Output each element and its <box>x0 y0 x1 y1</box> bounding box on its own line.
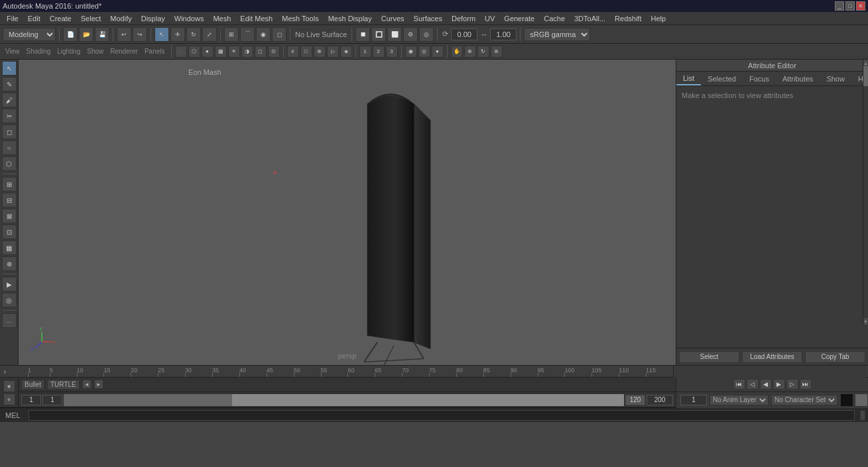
menu-mesh-display[interactable]: Mesh Display <box>324 12 376 25</box>
open-file-button[interactable]: 📂 <box>79 27 93 42</box>
track-max-input[interactable] <box>647 395 673 405</box>
scroll-up-arrow[interactable]: ▲ <box>863 60 868 66</box>
track-start-input[interactable] <box>21 395 41 405</box>
move-tool-button[interactable]: ✛ <box>170 27 185 42</box>
vertex-btn[interactable]: ⊕ <box>2 256 17 271</box>
edge-btn[interactable]: ▦ <box>2 240 17 255</box>
minimize-button[interactable]: _ <box>835 1 844 11</box>
menu-select[interactable]: Select <box>77 12 105 25</box>
menu-mesh-tools[interactable]: Mesh Tools <box>278 12 322 25</box>
snap-live-btn[interactable]: ◎ <box>2 293 17 307</box>
menu-curves[interactable]: Curves <box>377 12 408 25</box>
menu-edit-mesh[interactable]: Edit Mesh <box>236 12 277 25</box>
character-set-dropdown[interactable]: No Character Set <box>771 395 837 405</box>
obj-btn[interactable]: ◈ <box>340 46 352 58</box>
res-low[interactable]: 1 <box>359 46 371 58</box>
res-high[interactable]: 3 <box>386 46 398 58</box>
wireframe-btn[interactable]: ⬡ <box>188 46 200 58</box>
polygon-btn[interactable]: ⬡ <box>2 156 17 171</box>
shape-btn[interactable]: ◻ <box>2 125 17 139</box>
brush-btn[interactable]: 🖌 <box>2 93 17 107</box>
redo-button[interactable]: ↪ <box>133 27 147 42</box>
anim-layer-dropdown[interactable]: No Anim Layer <box>710 395 769 405</box>
render-btn-5[interactable]: ◎ <box>419 27 434 42</box>
select-mode-btn[interactable]: ↖ <box>2 61 17 76</box>
vis-1[interactable]: ◉ <box>405 46 417 58</box>
texture-btn[interactable]: ▦ <box>215 46 227 58</box>
mesh-btn[interactable]: ⊡ <box>2 225 17 239</box>
attr-tab-selected[interactable]: Selected <box>701 72 743 85</box>
attr-tab-show[interactable]: Show <box>820 72 851 85</box>
menu-mesh[interactable]: Mesh <box>209 12 235 25</box>
light-btn[interactable]: ☀ <box>228 46 240 58</box>
current-frame-input[interactable] <box>680 395 707 405</box>
viewport[interactable]: Eon Mash + <box>19 60 676 365</box>
snap-point-button[interactable]: ◉ <box>256 27 271 42</box>
menu-help[interactable]: Help <box>647 12 670 25</box>
value1-input[interactable] <box>451 28 477 40</box>
step-back-btn[interactable]: ◁ <box>747 379 759 389</box>
value2-input[interactable] <box>490 28 517 40</box>
xray-btn[interactable]: ◻ <box>255 46 267 58</box>
track-frame-input[interactable] <box>42 395 62 405</box>
snap-curve-button[interactable]: ⌒ <box>240 27 255 42</box>
manip-btn[interactable]: ⊕ <box>314 46 326 58</box>
paint-btn[interactable]: ✎ <box>2 77 17 91</box>
go-start-btn[interactable]: ⏮ <box>733 379 745 389</box>
snap-view-button[interactable]: ◻ <box>272 27 286 42</box>
extra-icon[interactable]: ⊕ <box>3 393 15 405</box>
hud-btn[interactable]: □ <box>300 46 312 58</box>
grid-btn[interactable]: # <box>287 46 299 58</box>
attr-select-button[interactable]: Select <box>679 351 739 363</box>
render-btn-3[interactable]: ⬜ <box>387 27 402 42</box>
timeline-ruler[interactable]: 1510152025303540455055606570758085909510… <box>28 366 673 377</box>
menu-surfaces[interactable]: Surfaces <box>410 12 446 25</box>
save-file-button[interactable]: 💾 <box>95 27 109 42</box>
track-bar[interactable] <box>64 394 624 406</box>
menu-create[interactable]: Create <box>46 12 76 25</box>
gamma-dropdown[interactable]: sRGB gamma <box>524 28 590 41</box>
maximize-button[interactable]: □ <box>845 1 855 11</box>
menu-file[interactable]: File <box>3 12 23 25</box>
group-btn[interactable]: ⊟ <box>2 193 17 207</box>
menu-modify[interactable]: Modify <box>106 12 135 25</box>
attr-tab-list[interactable]: List <box>676 72 701 85</box>
menu-3dto-all[interactable]: 3DToAll... <box>570 12 609 25</box>
go-end-btn[interactable]: ⏭ <box>800 379 812 389</box>
mode-dropdown[interactable]: Modeling <box>3 28 56 41</box>
new-file-button[interactable]: 📄 <box>63 27 78 42</box>
menu-windows[interactable]: Windows <box>170 12 208 25</box>
pivot-btn[interactable]: ⊛ <box>491 46 503 58</box>
menu-uv[interactable]: UV <box>481 12 499 25</box>
render-btn-4[interactable]: ⚙ <box>403 27 418 42</box>
res-med[interactable]: 2 <box>373 46 385 58</box>
scene-btn[interactable]: ⊠ <box>2 209 17 223</box>
camera-btn[interactable]: 🎥 <box>175 46 187 58</box>
attr-tab-focus[interactable]: Focus <box>743 72 776 85</box>
layer-btn[interactable]: ⊞ <box>2 177 17 191</box>
menu-generate[interactable]: Generate <box>500 12 538 25</box>
play-back-btn[interactable]: ◀ <box>760 379 772 389</box>
step-fwd-btn[interactable]: ▷ <box>786 379 798 389</box>
scroll-thumb[interactable] <box>863 66 868 86</box>
rotate-tool-button[interactable]: ↻ <box>186 27 201 42</box>
menu-edit[interactable]: Edit <box>24 12 44 25</box>
attr-copy-button[interactable]: Copy Tab <box>805 351 865 363</box>
attr-tab-attributes[interactable]: Attributes <box>776 72 820 85</box>
snap-grid-button[interactable]: ⊞ <box>224 27 239 42</box>
menu-redshift[interactable]: Redshift <box>611 12 645 25</box>
pan-btn[interactable]: ✋ <box>451 46 463 58</box>
menu-cache[interactable]: Cache <box>540 12 569 25</box>
menu-deform[interactable]: Deform <box>448 12 479 25</box>
render-thumb-gray[interactable] <box>855 393 868 407</box>
vis-3[interactable]: ● <box>432 46 444 58</box>
cut-btn[interactable]: ✂ <box>2 109 17 123</box>
menu-display[interactable]: Display <box>137 12 169 25</box>
right-scroll[interactable]: ▲ ▼ <box>863 60 868 325</box>
shadow-btn[interactable]: ◑ <box>241 46 253 58</box>
render-btn-1[interactable]: 🔲 <box>355 27 370 42</box>
track-end-input[interactable] <box>625 395 645 405</box>
render-btn-2[interactable]: 🔳 <box>371 27 386 42</box>
track-next-btn[interactable]: ► <box>94 380 103 389</box>
attr-load-button[interactable]: Load Attributes <box>742 351 802 363</box>
